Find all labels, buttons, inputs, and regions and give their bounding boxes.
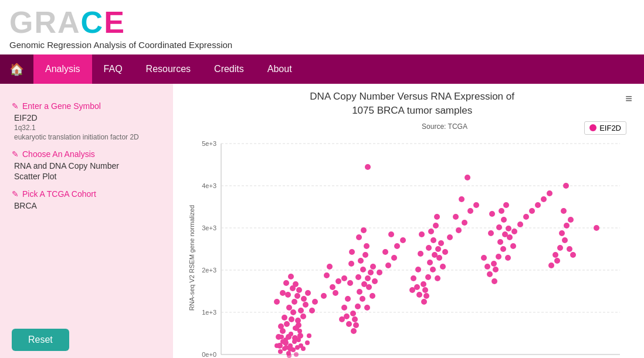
svg-point-98 [433,223,439,229]
svg-point-60 [355,274,361,280]
nav-item-about[interactable]: About [256,54,304,84]
svg-point-100 [411,275,416,281]
svg-point-88 [416,292,422,298]
chart-wrapper: Source: TCGA EIF2D RNA-seq V2 RSEM gene … [185,120,632,358]
svg-point-190 [289,332,293,336]
svg-point-93 [418,251,423,257]
svg-point-86 [427,260,433,265]
svg-point-122 [507,234,513,240]
svg-point-110 [505,255,511,261]
svg-point-45 [293,281,299,287]
svg-point-82 [425,274,431,280]
svg-point-36 [278,323,284,329]
tagline: Genomic Regression Analysis of Coordinat… [9,40,635,52]
svg-point-94 [440,264,446,270]
svg-point-61 [360,267,366,272]
nav-item-credits[interactable]: Credits [202,54,256,84]
svg-point-58 [346,321,352,327]
svg-point-182 [294,352,299,357]
svg-point-140 [570,252,576,258]
svg-point-158 [447,234,453,240]
svg-point-177 [296,337,301,342]
logo-container: GRACE [9,5,635,40]
svg-point-66 [366,284,372,290]
svg-text:1e+3: 1e+3 [202,309,216,316]
svg-point-109 [500,246,506,252]
svg-point-156 [400,237,406,243]
svg-point-105 [442,249,448,255]
svg-point-133 [564,223,570,229]
svg-point-81 [421,281,426,287]
svg-point-159 [456,227,462,233]
legend-dot [589,124,596,131]
logo-e: E [104,5,126,39]
svg-point-51 [350,311,356,316]
svg-point-187 [307,333,311,338]
enter-gene-symbol-link[interactable]: ✎ Enter a Gene Symbol [12,101,161,111]
svg-text:3e+3: 3e+3 [202,224,216,231]
svg-point-118 [506,226,511,231]
svg-point-139 [365,164,371,170]
svg-point-144 [330,284,335,290]
svg-point-184 [279,335,284,339]
svg-point-43 [283,280,289,286]
svg-point-35 [300,313,306,319]
svg-point-54 [364,305,370,311]
svg-point-52 [355,304,361,309]
svg-point-102 [423,293,429,299]
svg-point-62 [365,275,371,281]
svg-point-160 [462,220,467,226]
svg-point-153 [391,255,397,261]
svg-point-124 [503,202,509,208]
svg-point-125 [489,211,495,217]
main-content: ✎ Enter a Gene Symbol EIF2D 1q32.1 eukar… [0,84,644,358]
nav-item-analysis[interactable]: Analysis [33,54,92,84]
svg-point-111 [493,267,499,272]
svg-point-121 [484,264,490,270]
svg-point-172 [288,343,293,348]
svg-point-193 [297,329,302,333]
nav-home-button[interactable]: 🏠 [0,54,33,84]
pick-cohort-link[interactable]: ✎ Pick A TCGA Cohort [12,189,161,199]
svg-point-71 [368,270,374,275]
svg-point-108 [496,254,501,260]
chart-area: DNA Copy Number Versus RNA Expression of… [173,84,644,358]
nav-item-faq[interactable]: FAQ [92,54,134,84]
svg-point-142 [312,299,318,305]
svg-point-134 [548,262,554,268]
svg-point-173 [291,347,296,352]
chart-menu-icon[interactable]: ≡ [625,92,632,105]
nav-item-resources[interactable]: Resources [134,54,202,84]
reset-button[interactable]: Reset [12,329,69,351]
svg-point-155 [394,243,400,249]
edit-icon-cohort: ✎ [12,189,19,199]
svg-point-183 [301,346,306,351]
svg-text:4e+3: 4e+3 [202,182,216,189]
gene-value: EIF2D [14,113,161,122]
svg-text:5e+3: 5e+3 [202,140,216,147]
svg-point-127 [553,252,558,258]
svg-point-137 [563,183,569,189]
svg-point-130 [567,246,572,252]
svg-point-84 [435,275,440,281]
svg-point-116 [496,224,502,230]
logo-r: R [34,5,57,39]
scatter-dots [274,164,599,358]
svg-point-167 [523,214,529,220]
svg-point-114 [487,271,493,277]
svg-point-99 [419,231,425,237]
gene-location: 1q32.1 [14,124,161,132]
svg-point-64 [370,293,375,299]
svg-point-171 [547,190,553,196]
svg-point-188 [280,339,285,344]
svg-point-90 [426,245,432,251]
choose-analysis-link[interactable]: ✎ Choose An Analysis [12,149,161,159]
svg-point-148 [333,290,338,296]
svg-point-138 [465,175,470,180]
svg-point-149 [341,275,347,281]
svg-point-135 [568,217,574,223]
svg-point-91 [431,237,436,243]
svg-point-31 [292,299,297,305]
svg-point-119 [488,230,494,236]
chart-header: DNA Copy Number Versus RNA Expression of… [185,90,632,118]
